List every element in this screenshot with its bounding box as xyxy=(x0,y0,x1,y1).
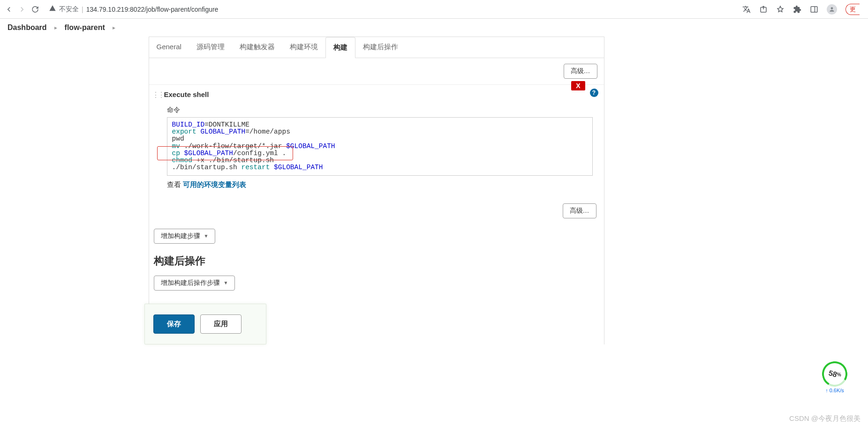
insecure-icon xyxy=(49,5,56,14)
speed-percent-circle: 58% xyxy=(819,359,850,389)
tab-postbuild[interactable]: 构建后操作 xyxy=(355,37,406,58)
tab-scm[interactable]: 源码管理 xyxy=(189,37,232,58)
security-label: 不安全 xyxy=(59,5,79,14)
env-vars-link[interactable]: 可用的环境变量列表 xyxy=(183,180,246,188)
caret-down-icon: ▼ xyxy=(224,280,228,285)
watermark: CSDN @今夜月色很美 xyxy=(789,414,860,423)
breadcrumb-job[interactable]: flow-parent xyxy=(65,23,105,32)
caret-down-icon: ▼ xyxy=(204,233,209,239)
shell-command-textarea[interactable]: BUILD_ID=DONTKILLME export GLOBAL_PATH=/… xyxy=(167,117,593,176)
bookmark-star-icon[interactable] xyxy=(776,5,785,14)
speed-rate: ↑ 0.6K/s xyxy=(822,388,847,393)
back-icon[interactable] xyxy=(5,5,13,14)
forward-icon[interactable] xyxy=(18,5,26,14)
drag-handle-icon[interactable] xyxy=(152,90,159,98)
execute-shell-title: Execute shell xyxy=(157,90,596,98)
post-build-heading: 构建后操作 xyxy=(149,247,604,272)
chevron-right-icon: ▸ xyxy=(113,24,115,31)
upload-arrow-icon: ↑ xyxy=(825,388,828,393)
add-post-build-step-dropdown[interactable]: 增加构建后操作步骤 ▼ xyxy=(154,276,235,291)
apply-button[interactable]: 应用 xyxy=(200,314,242,334)
breadcrumb: Dashboard ▸ flow-parent ▸ xyxy=(0,19,868,37)
address-bar[interactable]: 不安全 | 134.79.10.219:8022/job/flow-parent… xyxy=(44,3,738,16)
profile-avatar-icon[interactable] xyxy=(827,4,837,15)
action-bar: 保存 应用 xyxy=(144,304,266,344)
tab-build[interactable]: 构建 xyxy=(325,37,355,58)
config-tabs: General 源码管理 构建触发器 构建环境 构建 构建后操作 xyxy=(149,37,604,58)
speed-widget: 58% ↑ 0.6K/s xyxy=(822,361,847,393)
svg-point-3 xyxy=(831,7,833,9)
advanced-button-bottom[interactable]: 高级… xyxy=(563,203,596,218)
browser-toolbar: 不安全 | 134.79.10.219:8022/job/flow-parent… xyxy=(0,0,868,19)
breadcrumb-dashboard[interactable]: Dashboard xyxy=(8,23,47,32)
side-panel-icon[interactable] xyxy=(810,5,818,14)
extensions-icon[interactable] xyxy=(793,5,801,14)
tab-env[interactable]: 构建环境 xyxy=(282,37,325,58)
share-icon[interactable] xyxy=(759,5,768,14)
tab-triggers[interactable]: 构建触发器 xyxy=(232,37,282,58)
tab-general[interactable]: General xyxy=(149,37,189,58)
svg-rect-1 xyxy=(811,7,817,12)
url-text: 134.79.10.219:8022/job/flow-parent/confi… xyxy=(86,6,219,13)
update-badge[interactable]: 更 xyxy=(845,4,860,15)
chevron-right-icon: ▸ xyxy=(54,24,57,31)
add-build-step-dropdown[interactable]: 增加构建步骤 ▼ xyxy=(154,229,216,244)
translate-icon[interactable] xyxy=(742,5,751,14)
save-button[interactable]: 保存 xyxy=(153,314,195,334)
env-vars-hint: 查看 可用的环境变量列表 xyxy=(157,176,596,189)
remove-step-button[interactable]: X xyxy=(571,81,585,90)
help-icon[interactable]: ? xyxy=(590,89,598,97)
advanced-button-top[interactable]: 高级… xyxy=(564,64,597,79)
reload-icon[interactable] xyxy=(31,5,39,14)
command-label: 命令 xyxy=(157,106,596,114)
